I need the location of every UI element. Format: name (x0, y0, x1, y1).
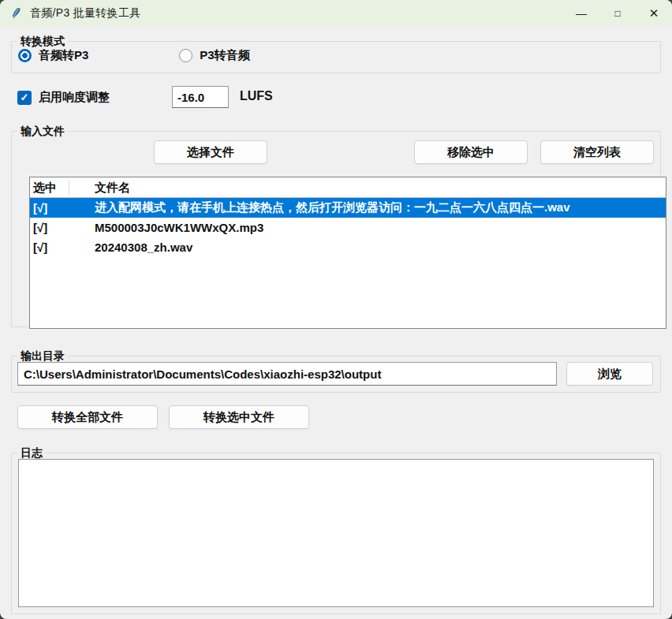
radio-p3-to-audio[interactable]: P3转音频 (179, 48, 249, 63)
window-controls: — □ ✕ (563, 0, 672, 27)
python-feather-icon (9, 7, 22, 20)
radio-label: P3转音频 (200, 48, 249, 63)
input-files-frame: 输入文件 选择文件 移除选中 清空列表 选中 文件名 [√] 进入配网模式，请在… (11, 131, 661, 327)
row-filename[interactable]: 进入配网模式，请在手机上连接热点，然后打开浏览器访问：一九二点一六八点四点一.w… (69, 200, 666, 215)
radio-unselected-icon (179, 49, 192, 62)
radio-label: 音频转P3 (39, 48, 88, 63)
convert-selected-button[interactable]: 转换选中文件 (169, 405, 309, 429)
table-row[interactable]: [√] 进入配网模式，请在手机上连接热点，然后打开浏览器访问：一九二点一六八点四… (30, 198, 666, 218)
app-window: 音频/P3 批量转换工具 — □ ✕ 转换模式 音频转P3 P3转音频 ✓ 启用… (0, 0, 672, 619)
loudness-checkbox-row[interactable]: ✓ 启用响度调整 (17, 87, 110, 108)
mode-frame-label: 转换模式 (17, 34, 68, 48)
maximize-icon: □ (614, 8, 620, 19)
output-path-input[interactable] (17, 362, 557, 386)
row-check-mark[interactable]: [√] (30, 241, 69, 254)
row-check-mark[interactable]: [√] (30, 201, 69, 214)
remove-selected-button[interactable]: 移除选中 (414, 140, 528, 164)
column-header-filename[interactable]: 文件名 (69, 177, 666, 197)
window-title: 音频/P3 批量转换工具 (30, 6, 141, 21)
maximize-button[interactable]: □ (599, 0, 636, 27)
minimize-icon: — (576, 7, 587, 20)
close-button[interactable]: ✕ (636, 0, 672, 27)
column-divider[interactable] (69, 180, 69, 195)
lufs-value-input[interactable] (172, 86, 229, 108)
mode-frame: 转换模式 音频转P3 P3转音频 (11, 41, 661, 73)
log-frame-label: 日志 (17, 446, 46, 460)
table-row[interactable]: [√] M500003J0cWK1WWxQX.mp3 (30, 218, 666, 237)
select-files-button[interactable]: 选择文件 (154, 140, 267, 164)
table-row[interactable]: [√] 20240308_zh.wav (30, 237, 666, 257)
log-textarea[interactable] (18, 459, 654, 607)
file-table-header: 选中 文件名 (30, 177, 666, 198)
radio-selected-icon (18, 49, 32, 62)
convert-all-button[interactable]: 转换全部文件 (17, 405, 158, 429)
row-check-mark[interactable]: [√] (30, 221, 69, 234)
browse-button[interactable]: 浏览 (566, 362, 653, 386)
output-dir-frame-label: 输出目录 (17, 349, 68, 363)
file-list-table[interactable]: 选中 文件名 [√] 进入配网模式，请在手机上连接热点，然后打开浏览器访问：一九… (29, 177, 666, 329)
lufs-unit-label: LUFS (240, 89, 273, 103)
close-icon: ✕ (649, 6, 659, 21)
radio-audio-to-p3[interactable]: 音频转P3 (18, 48, 88, 63)
clear-list-button[interactable]: 清空列表 (540, 140, 654, 164)
title-bar[interactable]: 音频/P3 批量转换工具 — □ ✕ (0, 0, 672, 27)
checkbox-checked-icon[interactable]: ✓ (17, 91, 32, 105)
column-header-checked[interactable]: 选中 (30, 177, 69, 197)
log-frame: 日志 (11, 453, 661, 614)
row-filename[interactable]: M500003J0cWK1WWxQX.mp3 (69, 221, 666, 234)
minimize-button[interactable]: — (563, 0, 599, 27)
input-files-frame-label: 输入文件 (17, 124, 68, 138)
mode-radio-group: 音频转P3 P3转音频 (18, 48, 302, 63)
loudness-checkbox-label: 启用响度调整 (39, 90, 110, 105)
row-filename[interactable]: 20240308_zh.wav (69, 241, 666, 254)
